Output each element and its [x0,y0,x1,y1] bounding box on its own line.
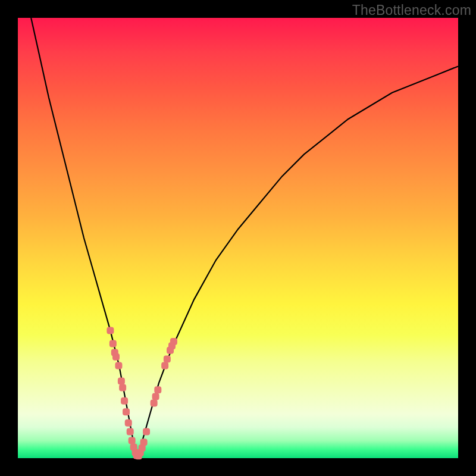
curve-layer [18,18,458,458]
curve-marker [112,353,120,361]
curve-markers [107,327,177,459]
plot-area [18,18,458,458]
curve-marker [164,356,171,363]
curve-marker [119,384,126,392]
curve-marker [143,428,150,436]
curve-marker [125,419,132,427]
curve-marker [109,340,117,347]
curve-marker [123,408,130,415]
curve-marker [129,437,136,444]
curve-marker [151,400,158,407]
bottleneck-curve [31,18,458,458]
curve-marker [115,362,122,369]
curve-marker [154,386,161,393]
curve-marker [107,327,114,334]
curve-marker [170,338,177,345]
chart-frame: TheBottleneck.com [0,0,476,476]
curve-marker [161,362,168,369]
curve-marker [118,378,125,385]
curve-marker [140,439,148,446]
curve-marker [152,393,159,400]
curve-marker [127,428,134,436]
watermark-text: TheBottleneck.com [352,2,471,18]
curve-marker [121,397,128,405]
